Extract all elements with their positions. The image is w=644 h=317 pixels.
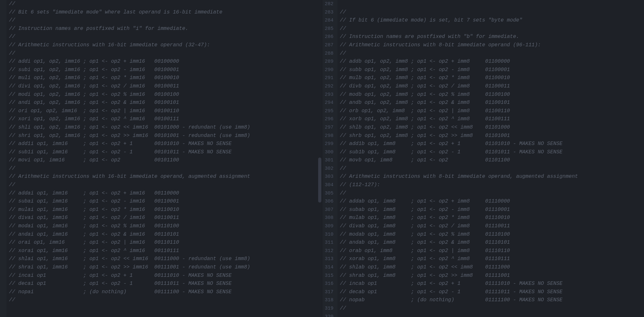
code-line[interactable]: //: [9, 181, 319, 189]
code-line[interactable]: // xorb op1, op2, imm8 ; op1 <- op2 ^ im…: [340, 115, 641, 123]
code-line[interactable]: // subb op1, op2, imm8 ; op1 <- op2 - im…: [340, 66, 641, 74]
code-line[interactable]: // shri op1, op2, imm16 ; op1 <- op2 >> …: [9, 132, 319, 140]
scrollbar-thumb-left[interactable]: [318, 158, 321, 203]
code-line[interactable]: //: [340, 8, 641, 17]
code-line[interactable]: // xorai op1, imm16 ; op1 <- op2 ^ imm16…: [9, 247, 319, 255]
line-number: 302: [325, 165, 334, 173]
line-number: 308: [325, 214, 334, 222]
code-line[interactable]: //: [9, 33, 319, 41]
code-line[interactable]: // shrab op1, imm8 ; op1 <- op2 >> imm8 …: [340, 272, 641, 280]
code-line[interactable]: // orab op1, imm8 ; op1 <- op2 | imm8 01…: [340, 247, 641, 255]
code-line[interactable]: //: [340, 50, 641, 58]
code-line[interactable]: // add1b op1, imm8 ; op1 <- op2 + 1 0110…: [340, 140, 641, 148]
comment-text: // subab op1, imm8 ; op1 <- op2 - imm8 0…: [340, 207, 510, 213]
code-line[interactable]: // movi op1, imm16 ; op1 <- op2 00101100: [9, 156, 319, 165]
code-area-left[interactable]: //// Bit 6 sets "immediate mode" where l…: [6, 0, 322, 317]
code-line[interactable]: // andb op1, op2, imm8 ; op1 <- op2 & im…: [340, 99, 641, 107]
code-line[interactable]: //: [340, 165, 641, 173]
code-line[interactable]: // Bit 6 sets "immediate mode" where las…: [9, 8, 319, 17]
code-line[interactable]: // divb op1, op2, imm8 ; op1 <- op2 / im…: [340, 82, 641, 91]
code-line[interactable]: // addab op1, imm8 ; op1 <- op2 + imm8 0…: [340, 197, 641, 206]
code-line[interactable]: //: [340, 304, 641, 313]
code-line[interactable]: // mulai op1, imm16 ; op1 <- op2 * imm16…: [9, 206, 319, 214]
code-line[interactable]: [340, 313, 641, 317]
comment-text: // orab op1, imm8 ; op1 <- op2 | imm8 01…: [340, 248, 510, 254]
code-line[interactable]: //: [340, 189, 641, 198]
code-line[interactable]: // shlai op1, imm16 ; op1 <- op2 << imm1…: [9, 255, 319, 263]
code-line[interactable]: // incai op1 ; op1 <- op2 + 1 00111010 -…: [9, 272, 319, 280]
line-number: 305: [325, 189, 334, 198]
gutter-right: 2822832842852862872882892902912922932942…: [322, 0, 337, 317]
code-line[interactable]: // If bit 6 (immediate mode) is set, bit…: [340, 16, 641, 25]
comment-text: // modab op1, imm8 ; op1 <- op2 % imm8 0…: [340, 231, 510, 237]
code-line[interactable]: // shlb op1, op2, imm8 ; op1 <- op2 << i…: [340, 123, 641, 132]
editor-pane-right[interactable]: 2822832842852862872882892902912922932942…: [322, 0, 644, 317]
code-line[interactable]: // decab op1 ; op1 <- op2 - 1 01111011 -…: [340, 288, 641, 296]
code-line[interactable]: // xori op1, op2, imm16 ; op1 <- op2 ^ i…: [9, 115, 319, 123]
code-line[interactable]: // andab op1, imm8 ; op1 <- op2 & imm8 0…: [340, 239, 641, 247]
comment-text: // shri op1, op2, imm16 ; op1 <- op2 >> …: [9, 133, 250, 139]
comment-text: // shrb op1, op2, imm8 ; op1 <- op2 >> i…: [340, 133, 510, 139]
code-line[interactable]: //: [9, 16, 319, 25]
code-line[interactable]: // Arithmetic instructions with 16-bit i…: [9, 173, 319, 181]
code-line[interactable]: // andi op1, op2, imm16 ; op1 <- op2 & i…: [9, 99, 319, 107]
code-line[interactable]: // divi op1, op2, imm16 ; op1 <- op2 / i…: [9, 82, 319, 91]
code-line[interactable]: // shlab op1, imm8 ; op1 <- op2 << imm8 …: [340, 263, 641, 272]
code-line[interactable]: // Arithmetic instructions with 16-bit i…: [9, 41, 319, 50]
code-line[interactable]: // nopai ; (do nothing) 00111100 - MAKES…: [9, 288, 319, 296]
comment-text: // muli op1, op2, imm16 ; op1 <- op2 * i…: [9, 75, 179, 81]
code-line[interactable]: // subi op1, op2, imm16 ; op1 <- op2 - i…: [9, 66, 319, 74]
code-line[interactable]: // modb op1, op2, imm8 ; op1 <- op2 % im…: [340, 91, 641, 99]
code-line[interactable]: // mulab op1, imm8 ; op1 <- op2 * imm8 0…: [340, 214, 641, 222]
comment-text: // subai op1, imm16 ; op1 <- op2 - imm16…: [9, 198, 179, 204]
code-line[interactable]: //: [9, 50, 319, 58]
code-line[interactable]: // modi op1, op2, imm16 ; op1 <- op2 % i…: [9, 91, 319, 99]
code-line[interactable]: // mulb op1, op2, imm8 ; op1 <- op2 * im…: [340, 74, 641, 82]
line-number: 285: [325, 25, 334, 33]
code-line[interactable]: // shli op1, op2, imm16 ; op1 <- op2 << …: [9, 123, 319, 132]
code-line[interactable]: // addb op1, op2, imm8 ; op1 <- op2 + im…: [340, 58, 641, 66]
line-number: 286: [325, 33, 334, 41]
code-line[interactable]: [340, 0, 641, 8]
code-line[interactable]: // shrb op1, op2, imm8 ; op1 <- op2 >> i…: [340, 132, 641, 140]
code-line[interactable]: // nopab ; (do nothing) 01111100 - MAKES…: [340, 296, 641, 304]
comment-text: //: [9, 166, 15, 171]
code-line[interactable]: // divai op1, imm16 ; op1 <- op2 / imm16…: [9, 214, 319, 222]
editor-pane-left[interactable]: //// Bit 6 sets "immediate mode" where l…: [0, 0, 322, 317]
code-line[interactable]: // Arithmetic instructions with 8-bit im…: [340, 173, 641, 181]
code-line[interactable]: // decai op1 ; op1 <- op2 - 1 00111011 -…: [9, 280, 319, 288]
code-line[interactable]: // sub1b op1, imm8 ; op1 <- op2 - 1 0110…: [340, 148, 641, 157]
code-line[interactable]: // modab op1, imm8 ; op1 <- op2 % imm8 0…: [340, 231, 641, 239]
code-line[interactable]: // xorab op1, imm8 ; op1 <- op2 ^ imm8 0…: [340, 255, 641, 263]
comment-text: // add1i op1, imm16 ; op1 <- op2 + 1 001…: [9, 141, 232, 147]
code-line[interactable]: //: [340, 25, 641, 33]
code-line[interactable]: // subab op1, imm8 ; op1 <- op2 - imm8 0…: [340, 206, 641, 214]
code-line[interactable]: // modai op1, imm16 ; op1 <- op2 % imm16…: [9, 222, 319, 231]
code-line[interactable]: // Instruction names are postfixed with …: [9, 25, 319, 33]
code-line[interactable]: // sub1i op1, imm16 ; op1 <- op2 - 1 001…: [9, 148, 319, 157]
code-line[interactable]: // ori op1, op2, imm16 ; op1 <- op2 | im…: [9, 107, 319, 115]
line-number: 311: [325, 239, 334, 247]
line-number: 294: [325, 99, 334, 107]
code-line[interactable]: // movb op1, imm8 ; op1 <- op2 01101100: [340, 156, 641, 165]
code-area-right[interactable]: //// If bit 6 (immediate mode) is set, b…: [337, 0, 644, 317]
code-line[interactable]: // incab op1 ; op1 <- op2 + 1 01111010 -…: [340, 280, 641, 288]
line-number: 301: [325, 156, 334, 165]
code-line[interactable]: // Instruction names are postfixed with …: [340, 33, 641, 41]
code-line[interactable]: // orb op1, op2, imm8 ; op1 <- op2 | imm…: [340, 107, 641, 115]
code-line[interactable]: // orai op1, imm16 ; op1 <- op2 | imm16 …: [9, 239, 319, 247]
code-line[interactable]: // addi op1, op2, imm16 ; op1 <- op2 + i…: [9, 58, 319, 66]
code-line[interactable]: //: [9, 296, 319, 304]
code-line[interactable]: // add1i op1, imm16 ; op1 <- op2 + 1 001…: [9, 140, 319, 148]
code-line[interactable]: // shrai op1, imm16 ; op1 <- op2 >> imm1…: [9, 263, 319, 272]
code-line[interactable]: //: [9, 165, 319, 173]
code-line[interactable]: // andai op1, imm16 ; op1 <- op2 & imm16…: [9, 231, 319, 239]
code-line[interactable]: // muli op1, op2, imm16 ; op1 <- op2 * i…: [9, 74, 319, 82]
code-line[interactable]: // addai op1, imm16 ; op1 <- op2 + imm16…: [9, 189, 319, 198]
comment-text: // Arithmetic instructions with 8-bit im…: [340, 42, 541, 48]
code-line[interactable]: //: [9, 0, 319, 8]
code-line[interactable]: // divab op1, imm8 ; op1 <- op2 / imm8 0…: [340, 222, 641, 231]
code-line[interactable]: // (112-127):: [340, 181, 641, 189]
code-line[interactable]: // subai op1, imm16 ; op1 <- op2 - imm16…: [9, 197, 319, 206]
code-line[interactable]: // Arithmetic instructions with 8-bit im…: [340, 41, 641, 50]
